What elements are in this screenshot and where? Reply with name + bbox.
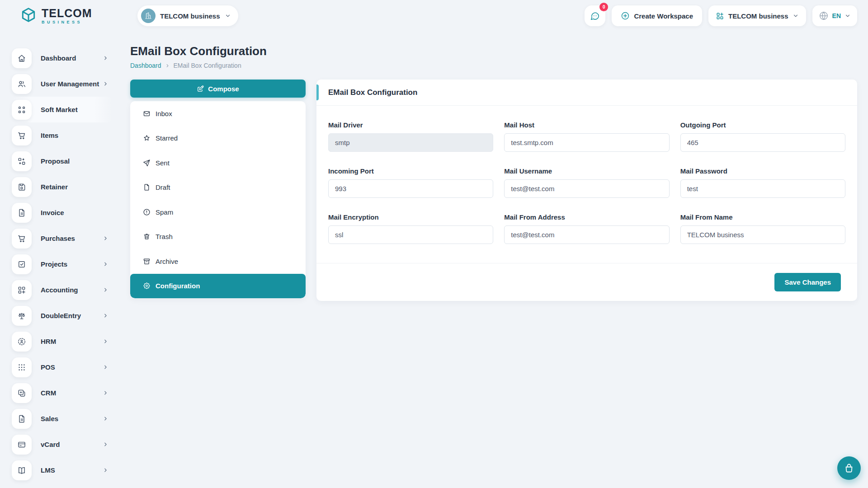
main-content: EMail Box Configuration Dashboard EMail … bbox=[118, 32, 868, 488]
sidebar-item-purchases[interactable]: Purchases bbox=[12, 225, 112, 251]
sidebar-item-sales[interactable]: Sales bbox=[12, 406, 112, 432]
workspace-name: TELCOM business bbox=[160, 12, 220, 20]
incoming-port-input[interactable] bbox=[328, 179, 493, 198]
compose-button[interactable]: Compose bbox=[130, 80, 306, 98]
folder-inbox[interactable]: Inbox bbox=[130, 101, 306, 126]
breadcrumb-dashboard-link[interactable]: Dashboard bbox=[130, 62, 161, 69]
mail-host-input[interactable] bbox=[504, 133, 669, 152]
breadcrumb-current: EMail Box Configuration bbox=[174, 62, 241, 69]
mail-encryption-input[interactable] bbox=[328, 225, 493, 244]
chevron-right-icon bbox=[103, 441, 108, 447]
folder-trash[interactable]: Trash bbox=[130, 225, 306, 249]
send-icon bbox=[143, 159, 151, 167]
sidebar-item-proposal[interactable]: Proposal bbox=[12, 148, 112, 174]
field-mail-driver: Mail Driver bbox=[328, 121, 493, 152]
card-header: EMail Box Configuration bbox=[316, 80, 857, 106]
chevron-right-icon bbox=[103, 261, 108, 267]
grid-swap-icon bbox=[12, 151, 32, 171]
folder-starred[interactable]: Starred bbox=[130, 126, 306, 151]
sidebar-item-invoice[interactable]: Invoice bbox=[12, 200, 112, 225]
mail-from-name-input[interactable] bbox=[680, 225, 845, 244]
folder-draft[interactable]: Draft bbox=[130, 175, 306, 200]
sidebar-item-projects[interactable]: Projects bbox=[12, 251, 112, 277]
gear-icon bbox=[143, 282, 151, 290]
folder-spam[interactable]: Spam bbox=[130, 200, 306, 225]
star-icon bbox=[143, 134, 151, 142]
credit-card-icon bbox=[12, 435, 32, 455]
language-code: EN bbox=[832, 12, 841, 19]
folder-sent[interactable]: Sent bbox=[130, 150, 306, 175]
sidebar-item-crm[interactable]: CRM bbox=[12, 380, 112, 406]
brand-title: TELCOM bbox=[42, 8, 92, 19]
sidebar-item-doubleentry[interactable]: DoubleEntry bbox=[12, 303, 112, 328]
chevron-right-icon bbox=[103, 313, 108, 319]
mail-username-input[interactable] bbox=[504, 179, 669, 198]
language-selector[interactable]: EN bbox=[812, 5, 857, 26]
brand-logo[interactable]: TELCOM BUSINESS bbox=[20, 6, 125, 25]
shopping-bag-icon bbox=[844, 463, 854, 474]
mail-folder-list: Inbox Starred Sent Draft bbox=[130, 101, 306, 298]
checkbox-icon bbox=[12, 254, 32, 274]
top-right-controls: 0 Create Workspace TELCOM business bbox=[585, 5, 857, 26]
account-workspace-menu[interactable]: TELCOM business bbox=[708, 5, 806, 26]
folder-archive[interactable]: Archive bbox=[130, 249, 306, 274]
file-invoice-icon bbox=[12, 203, 32, 223]
globe-icon bbox=[819, 11, 829, 21]
alert-circle-icon bbox=[143, 208, 151, 216]
chevron-right-icon bbox=[103, 235, 108, 241]
chat-icon bbox=[590, 11, 600, 21]
breadcrumb: Dashboard EMail Box Configuration bbox=[130, 62, 857, 69]
workspace-selector[interactable]: TELCOM business bbox=[137, 5, 238, 26]
archive-icon bbox=[143, 258, 151, 265]
app-root: TELCOM BUSINESS TELCOM business 0 Create… bbox=[0, 0, 868, 488]
book-icon bbox=[12, 460, 32, 480]
users-icon bbox=[12, 74, 32, 94]
file-text-icon bbox=[12, 409, 32, 429]
cart-icon bbox=[12, 229, 32, 249]
mail-password-input[interactable] bbox=[680, 179, 845, 198]
sidebar-item-items[interactable]: Items bbox=[12, 122, 112, 148]
top-header: TELCOM BUSINESS TELCOM business 0 Create… bbox=[0, 0, 868, 32]
chevron-right-icon bbox=[103, 81, 108, 87]
sidebar-item-retainer[interactable]: Retainer bbox=[12, 174, 112, 200]
mail-icon bbox=[143, 110, 151, 117]
field-mail-encryption: Mail Encryption bbox=[328, 213, 493, 244]
sidebar-item-vcard[interactable]: vCard bbox=[12, 432, 112, 457]
mail-from-address-input[interactable] bbox=[504, 225, 669, 244]
account-workspace-label: TELCOM business bbox=[728, 12, 788, 20]
chevron-right-icon bbox=[103, 390, 108, 396]
save-changes-button[interactable]: Save Changes bbox=[774, 273, 841, 291]
sidebar-item-lms[interactable]: LMS bbox=[12, 457, 112, 483]
cart-icon bbox=[12, 126, 32, 145]
field-mail-username: Mail Username bbox=[504, 167, 669, 198]
page-title: EMail Box Configuration bbox=[130, 44, 857, 58]
chevron-right-icon bbox=[103, 467, 108, 473]
card-title: EMail Box Configuration bbox=[328, 88, 417, 97]
buy-now-fab[interactable] bbox=[837, 456, 861, 480]
create-workspace-label: Create Workspace bbox=[634, 12, 693, 20]
sidebar-item-dashboard[interactable]: Dashboard bbox=[12, 45, 112, 71]
copy-icon bbox=[12, 383, 32, 403]
folder-configuration[interactable]: Configuration bbox=[130, 274, 306, 299]
field-incoming-port: Incoming Port bbox=[328, 167, 493, 198]
field-mail-from-name: Mail From Name bbox=[680, 213, 845, 244]
chevron-right-icon bbox=[165, 63, 170, 68]
floppy-icon bbox=[12, 177, 32, 197]
dots-grid-icon bbox=[12, 357, 32, 377]
user-scan-icon bbox=[12, 332, 32, 352]
grid-dots-icon bbox=[12, 100, 32, 120]
scale-icon bbox=[12, 306, 32, 326]
field-mail-password: Mail Password bbox=[680, 167, 845, 198]
workspace-avatar bbox=[141, 9, 156, 23]
chevron-right-icon bbox=[103, 364, 108, 370]
sidebar-item-soft-market[interactable]: Soft Market bbox=[12, 97, 112, 122]
sidebar-item-hrm[interactable]: HRM bbox=[12, 328, 112, 354]
outgoing-port-input[interactable] bbox=[680, 133, 845, 152]
create-workspace-button[interactable]: Create Workspace bbox=[612, 5, 702, 26]
card-footer: Save Changes bbox=[316, 263, 857, 301]
messages-button[interactable]: 0 bbox=[585, 5, 605, 26]
chevron-right-icon bbox=[103, 287, 108, 293]
sidebar-item-accounting[interactable]: Accounting bbox=[12, 277, 112, 303]
sidebar-item-pos[interactable]: POS bbox=[12, 354, 112, 380]
sidebar-item-user-management[interactable]: User Management bbox=[12, 71, 112, 97]
